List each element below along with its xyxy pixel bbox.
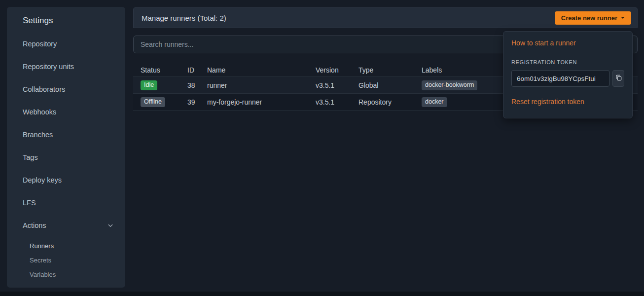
reset-registration-token-link[interactable]: Reset registration token bbox=[511, 98, 584, 106]
how-to-start-runner-link[interactable]: How to start a runner bbox=[511, 39, 576, 47]
runner-type: Repository bbox=[358, 98, 422, 106]
registration-token-input[interactable] bbox=[511, 70, 609, 87]
col-version: Version bbox=[316, 66, 358, 74]
runner-type: Global bbox=[358, 81, 422, 89]
label-badge: docker bbox=[422, 97, 447, 107]
sidebar-item-lfs[interactable]: LFS bbox=[7, 191, 125, 214]
sidebar-menu: Repository Repository units Collaborator… bbox=[7, 33, 125, 237]
sidebar-item-tags[interactable]: Tags bbox=[7, 146, 125, 169]
sidebar-item-actions[interactable]: Actions bbox=[7, 214, 125, 237]
runner-id: 38 bbox=[187, 81, 207, 89]
sidebar-item-branches[interactable]: Branches bbox=[7, 123, 125, 146]
sidebar-item-webhooks[interactable]: Webhooks bbox=[7, 101, 125, 123]
runner-id: 39 bbox=[187, 98, 207, 106]
sidebar-subitem-secrets[interactable]: Secrets bbox=[7, 253, 125, 267]
status-badge: Idle bbox=[141, 80, 157, 90]
create-new-runner-button[interactable]: Create new runner bbox=[555, 11, 631, 25]
registration-token-dropdown: How to start a runner REGISTRATION TOKEN… bbox=[503, 31, 633, 118]
token-row bbox=[511, 70, 624, 87]
page-title: Manage runners (Total: 2) bbox=[142, 14, 555, 22]
sidebar-title: Settings bbox=[23, 13, 125, 25]
chevron-down-icon bbox=[107, 222, 113, 228]
manage-runners-header: Manage runners (Total: 2) Create new run… bbox=[133, 7, 638, 28]
sidebar-subitem-variables[interactable]: Variables bbox=[7, 267, 125, 282]
copy-icon bbox=[615, 74, 622, 83]
sidebar-item-deploy-keys[interactable]: Deploy keys bbox=[7, 169, 125, 191]
runner-name: my-forgejo-runner bbox=[207, 98, 316, 106]
col-status: Status bbox=[141, 66, 187, 74]
col-id: ID bbox=[187, 66, 207, 74]
copy-token-button[interactable] bbox=[612, 70, 624, 87]
registration-token-label: REGISTRATION TOKEN bbox=[511, 59, 624, 65]
runner-version: v3.5.1 bbox=[316, 81, 358, 89]
col-type: Type bbox=[358, 66, 422, 74]
actions-submenu: Runners Secrets Variables bbox=[7, 239, 125, 282]
settings-sidebar: Settings Repository Repository units Col… bbox=[7, 7, 125, 288]
sidebar-item-repository[interactable]: Repository bbox=[7, 33, 125, 55]
sidebar-item-collaborators[interactable]: Collaborators bbox=[7, 78, 125, 101]
sidebar-item-repository-units[interactable]: Repository units bbox=[7, 55, 125, 78]
col-name: Name bbox=[207, 66, 316, 74]
sidebar-subitem-runners[interactable]: Runners bbox=[7, 239, 125, 253]
status-badge: Offline bbox=[141, 97, 165, 107]
runner-version: v3.5.1 bbox=[316, 98, 358, 106]
caret-down-icon bbox=[621, 17, 625, 19]
footer-strip bbox=[0, 292, 644, 296]
runner-name: runner bbox=[207, 81, 316, 89]
label-badge: docker-bookworm bbox=[422, 80, 477, 90]
